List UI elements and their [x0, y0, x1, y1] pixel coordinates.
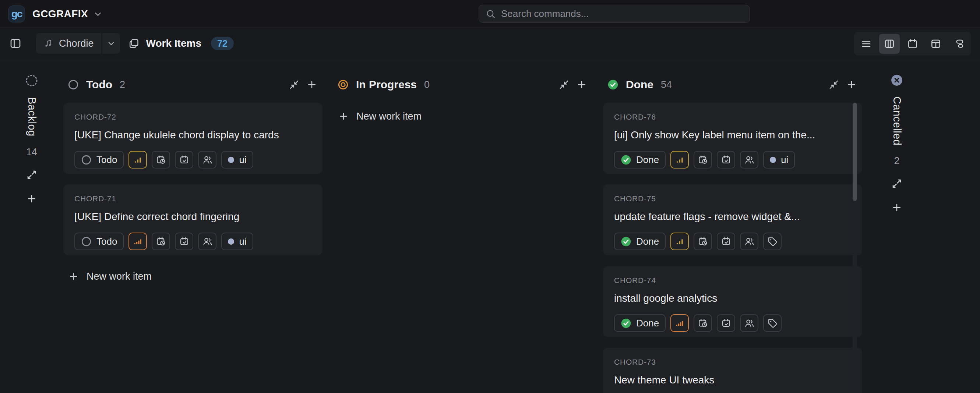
plus-icon	[338, 111, 348, 121]
status-chip[interactable]: Done	[614, 232, 666, 250]
music-note-icon	[43, 39, 53, 49]
collapse-column-button[interactable]	[827, 78, 841, 92]
status-chip[interactable]: Todo	[74, 232, 124, 250]
expand-icon	[26, 169, 37, 180]
due-date-chip[interactable]	[717, 232, 735, 250]
expand-column-button[interactable]	[890, 177, 904, 191]
label-chip[interactable]: ui	[221, 151, 253, 169]
work-item-card[interactable]: CHORD-76 [ui] Only show Key label menu i…	[603, 103, 862, 174]
workspace-name: GCGRAFIX	[32, 8, 88, 20]
new-work-item-button[interactable]: New work item	[63, 268, 323, 285]
column-count: 54	[661, 79, 672, 91]
column-cards: CHORD-72 [UKE] Change ukulele chord disp…	[63, 103, 323, 255]
work-item-card[interactable]: CHORD-74 install google analytics Done	[603, 266, 862, 337]
collapsed-column-backlog[interactable]: Backlog 14	[0, 59, 63, 393]
search-input[interactable]	[501, 8, 743, 19]
work-item-card[interactable]: CHORD-72 [UKE] Change ukulele chord disp…	[63, 103, 323, 174]
estimation-chip[interactable]	[694, 151, 712, 169]
assignee-icon	[744, 318, 755, 329]
view-list-button[interactable]	[856, 34, 877, 54]
view-calendar-button[interactable]	[902, 34, 923, 54]
add-work-item-button[interactable]	[25, 192, 39, 206]
sidebar-toggle-button[interactable]	[10, 38, 21, 49]
estimation-chip[interactable]	[152, 232, 170, 250]
work-item-card[interactable]: CHORD-71 [UKE] Define correct chord fing…	[63, 185, 323, 255]
new-work-item-button[interactable]: New work item	[333, 108, 592, 125]
expand-column-button[interactable]	[25, 168, 39, 182]
assignee-chip[interactable]	[198, 151, 216, 169]
status-chip[interactable]: Todo	[74, 151, 124, 169]
page-title: Work Items	[146, 38, 201, 49]
new-work-item-label: New work item	[356, 111, 422, 122]
status-label: Done	[636, 154, 659, 165]
project-button[interactable]: Chordie	[36, 33, 101, 54]
done-state-icon	[621, 318, 632, 329]
estimation-chip[interactable]	[152, 151, 170, 169]
label-text: ui	[239, 154, 246, 165]
app-window: gc GCGRAFIX Chordie	[0, 0, 980, 393]
work-item-title: install google analytics	[614, 293, 851, 304]
done-state-icon	[621, 236, 632, 247]
assignee-chip[interactable]	[740, 314, 758, 332]
dashboard-view-icon	[930, 38, 941, 49]
plus-icon	[68, 271, 79, 282]
assignee-chip[interactable]	[740, 232, 758, 250]
collapsed-column-cancelled[interactable]: Cancelled 2	[873, 59, 921, 393]
work-item-card[interactable]: CHORD-73 New theme UI tweaks Done	[603, 348, 862, 393]
assignee-chip[interactable]	[198, 232, 216, 250]
add-work-item-button[interactable]	[305, 78, 319, 92]
expand-icon	[891, 178, 902, 189]
todo-state-icon	[81, 236, 92, 247]
work-item-chips: Todo ui	[74, 232, 312, 250]
collapse-column-button[interactable]	[287, 78, 301, 92]
work-item-card[interactable]: CHORD-75 update feature flags - remove w…	[603, 185, 862, 255]
add-work-item-button[interactable]	[890, 200, 904, 215]
collapse-column-button[interactable]	[557, 78, 571, 92]
labels-chip[interactable]	[763, 232, 781, 250]
label-chip[interactable]: ui	[763, 151, 795, 169]
priority-chip[interactable]	[670, 314, 689, 332]
due-date-icon	[179, 154, 189, 165]
column-title: Todo	[86, 78, 112, 91]
view-dashboard-button[interactable]	[926, 34, 946, 54]
estimation-chip[interactable]	[694, 314, 712, 332]
add-work-item-button[interactable]	[845, 78, 859, 92]
estimation-chip[interactable]	[694, 232, 712, 250]
view-board-button[interactable]	[879, 34, 900, 54]
estimation-icon	[698, 154, 708, 165]
board-columns: Todo 2 CHORD-72 [UKE] Change ukulele cho…	[63, 59, 873, 393]
assignee-chip[interactable]	[740, 151, 758, 169]
column-scrollbar[interactable]	[853, 103, 857, 393]
command-search[interactable]	[479, 5, 750, 23]
add-work-item-button[interactable]	[575, 78, 589, 92]
estimation-icon	[156, 154, 166, 165]
project-dropdown-button[interactable]	[102, 33, 120, 54]
assignee-icon	[744, 154, 755, 165]
due-date-chip[interactable]	[717, 314, 735, 332]
work-item-title: update feature flags - remove widget &..…	[614, 211, 851, 223]
label-color-dot	[228, 239, 234, 245]
label-chip[interactable]: ui	[221, 232, 253, 250]
scrollbar-thumb[interactable]	[853, 103, 857, 201]
due-date-chip[interactable]	[175, 151, 193, 169]
due-date-chip[interactable]	[717, 151, 735, 169]
priority-chip[interactable]	[129, 232, 147, 250]
workspace-switcher-chevron[interactable]	[93, 9, 103, 19]
priority-chip[interactable]	[670, 151, 689, 169]
work-item-id: CHORD-75	[614, 194, 851, 203]
label-text: ui	[239, 236, 246, 247]
workspace-logo[interactable]: gc	[8, 6, 25, 22]
priority-chip[interactable]	[129, 151, 147, 169]
due-date-chip[interactable]	[175, 232, 193, 250]
column-count: 2	[120, 79, 125, 91]
due-date-icon	[179, 236, 189, 247]
status-chip[interactable]: Done	[614, 151, 666, 169]
status-chip[interactable]: Done	[614, 314, 666, 332]
calendar-view-icon	[907, 38, 918, 49]
view-grouping-button[interactable]	[949, 34, 969, 54]
priority-chip[interactable]	[670, 232, 689, 250]
status-label: Done	[636, 236, 659, 247]
status-label: Todo	[97, 236, 117, 247]
column-count: 0	[424, 79, 430, 91]
labels-chip[interactable]	[763, 314, 781, 332]
